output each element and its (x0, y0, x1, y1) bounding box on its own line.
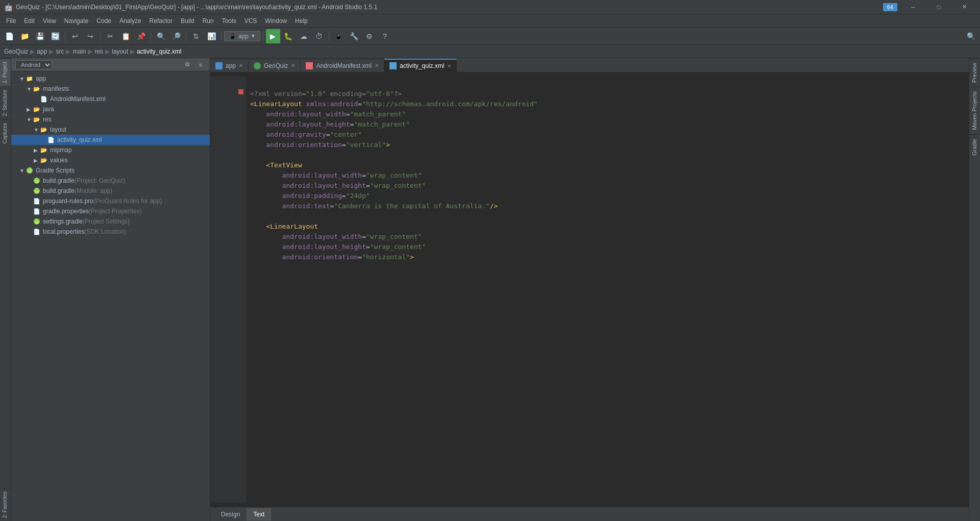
close-geoquiz-tab[interactable]: ✕ (291, 63, 295, 68)
gutter (236, 77, 246, 503)
tab-app[interactable]: app ✕ (210, 59, 249, 72)
text-tab[interactable]: Text (247, 508, 271, 520)
avd-button[interactable]: 📱 (332, 29, 346, 43)
replace-button[interactable]: 🔎 (169, 29, 183, 43)
separator-7 (329, 31, 329, 41)
menu-refactor[interactable]: Refactor (145, 14, 177, 27)
tree-item-build-gradle-project[interactable]: G build.gradle (Project: GeoQuiz) (11, 176, 210, 186)
project-panel-tab[interactable]: 1: Project (0, 58, 11, 86)
minimize-button[interactable]: ─ (901, 0, 925, 14)
captures-panel-tab[interactable]: Captures (0, 119, 11, 147)
menu-run[interactable]: Run (199, 14, 218, 27)
sync-project-button[interactable]: ⚙ (182, 60, 192, 70)
properties-icon: 📄 (33, 207, 41, 215)
menu-edit[interactable]: Edit (20, 14, 39, 27)
menu-analyze[interactable]: Analyze (115, 14, 145, 27)
cut-button[interactable]: ✂ (103, 29, 117, 43)
run-button[interactable]: ▶ (266, 29, 280, 43)
tree-item-androidmanifest[interactable]: 📄 AndroidManifest.xml (11, 94, 210, 104)
menu-bar: File Edit View Navigate Code Analyze Ref… (0, 14, 980, 28)
copy-button[interactable]: 📋 (118, 29, 133, 43)
breadcrumb-activity-quiz-xml[interactable]: activity_quiz.xml (137, 48, 181, 55)
menu-window[interactable]: Window (261, 14, 291, 27)
redo-button[interactable]: ↪ (83, 29, 97, 43)
svg-text:G: G (35, 189, 38, 194)
close-app-tab[interactable]: ✕ (239, 63, 243, 68)
close-manifest-tab[interactable]: ✕ (375, 63, 379, 68)
menu-file[interactable]: File (2, 14, 20, 27)
breakpoint[interactable] (238, 89, 243, 94)
tree-item-build-gradle-module[interactable]: G build.gradle (Module: app) (11, 186, 210, 196)
tab-geoquiz[interactable]: GeoQuiz ✕ (249, 59, 301, 72)
project-panel: Android Project ⚙ ≡ ▼ 📁 app ▼ 📂 manifest… (11, 58, 210, 521)
find-button[interactable]: 🔍 (154, 29, 168, 43)
proguard-icon: 📄 (33, 197, 41, 205)
coverage-button[interactable]: ☁ (297, 29, 311, 43)
tree-item-local-properties[interactable]: 📄 local.properties (SDK Location) (11, 227, 210, 237)
menu-build[interactable]: Build (177, 14, 199, 27)
debug-button[interactable]: 🐛 (281, 29, 296, 43)
menu-vcs[interactable]: VCS (240, 14, 261, 27)
sdk-button[interactable]: 🔧 (347, 29, 361, 43)
separator-5 (221, 31, 222, 41)
tree-item-java[interactable]: ▶ 📂 java (11, 104, 210, 114)
java-folder-icon: 📂 (33, 105, 41, 113)
gradle-module-icon: G (33, 187, 41, 195)
tree-item-manifests[interactable]: ▼ 📂 manifests (11, 84, 210, 94)
menu-help[interactable]: Help (291, 14, 312, 27)
breadcrumb-layout[interactable]: layout (112, 48, 128, 55)
menu-view[interactable]: View (39, 14, 60, 27)
new-button[interactable]: 📄 (2, 29, 16, 43)
project-settings-button[interactable]: ≡ (195, 60, 206, 70)
tree-item-values[interactable]: ▶ 📂 values (11, 155, 210, 165)
tree-item-activity-quiz[interactable]: 📄 activity_quiz.xml (11, 135, 210, 145)
tab-androidmanifest[interactable]: AndroidManifest.xml ✕ (301, 59, 384, 72)
close-button[interactable]: ✕ (952, 0, 976, 14)
search-everywhere-button[interactable]: 🔍 (964, 29, 978, 43)
structure-panel-tab[interactable]: 2: Structure (0, 86, 11, 119)
profile-button[interactable]: ⏱ (312, 29, 326, 43)
help-icon-button[interactable]: ? (378, 29, 392, 43)
paste-button[interactable]: 📌 (134, 29, 148, 43)
menu-code[interactable]: Code (92, 14, 115, 27)
tree-item-gradle-properties[interactable]: 📄 gradle.properties (Project Properties) (11, 206, 210, 216)
preview-panel-tab[interactable]: Preview (969, 58, 980, 87)
breadcrumb-app[interactable]: app (37, 48, 47, 55)
menu-tools[interactable]: Tools (218, 14, 240, 27)
app-configuration-dropdown[interactable]: 📱 app ▼ (224, 31, 260, 41)
sync-button[interactable]: 🔄 (48, 29, 62, 43)
tab-activity-quiz[interactable]: activity_quiz.xml ✕ (384, 59, 457, 72)
structure-button[interactable]: ⇅ (189, 29, 203, 43)
maximize-button[interactable]: □ (927, 0, 950, 14)
separator-2 (100, 31, 101, 41)
breadcrumb-geoquiz[interactable]: GeoQuiz (4, 48, 28, 55)
tree-item-mipmap[interactable]: ▶ 📂 mipmap (11, 145, 210, 155)
tree-item-layout[interactable]: ▼ 📂 layout (11, 125, 210, 135)
breadcrumb-main[interactable]: main (72, 48, 86, 55)
separator-1 (65, 31, 65, 41)
menu-navigate[interactable]: Navigate (60, 14, 92, 27)
tree-item-proguard[interactable]: 📄 proguard-rules.pro (ProGuard Rules for… (11, 196, 210, 206)
line-numbers (210, 77, 236, 503)
project-button[interactable]: 📊 (204, 29, 218, 43)
open-button[interactable]: 📁 (17, 29, 32, 43)
tree-item-gradle-scripts[interactable]: ▼ G Gradle Scripts (11, 165, 210, 176)
save-button[interactable]: 💾 (33, 29, 47, 43)
undo-button[interactable]: ↩ (68, 29, 82, 43)
breadcrumb-src[interactable]: src (56, 48, 64, 55)
tree-item-res[interactable]: ▼ 📂 res (11, 114, 210, 125)
code-editor[interactable]: <?xml version="1.0" encoding="utf-8"?> <… (210, 72, 969, 507)
gradle-panel-tab[interactable]: Gradle (969, 134, 980, 160)
title-bar: 🤖 GeoQuiz - [C:\Users\admin\Desktop\01_F… (0, 0, 980, 14)
svg-text:G: G (35, 220, 38, 225)
code-content[interactable]: <?xml version="1.0" encoding="utf-8"?> <… (246, 77, 969, 503)
tree-item-settings-gradle[interactable]: G settings.gradle (Project Settings) (11, 216, 210, 227)
design-tab[interactable]: Design (214, 508, 247, 520)
project-view-selector[interactable]: Android Project (15, 60, 52, 69)
close-xml-tab[interactable]: ✕ (447, 63, 451, 69)
settings-button[interactable]: ⚙ (362, 29, 377, 43)
maven-panel-tab[interactable]: Maven Projects (969, 87, 980, 134)
favorites-panel-tab[interactable]: 2: Favorites (0, 488, 11, 521)
breadcrumb-res[interactable]: res (94, 48, 103, 55)
tree-item-app[interactable]: ▼ 📁 app (11, 73, 210, 84)
